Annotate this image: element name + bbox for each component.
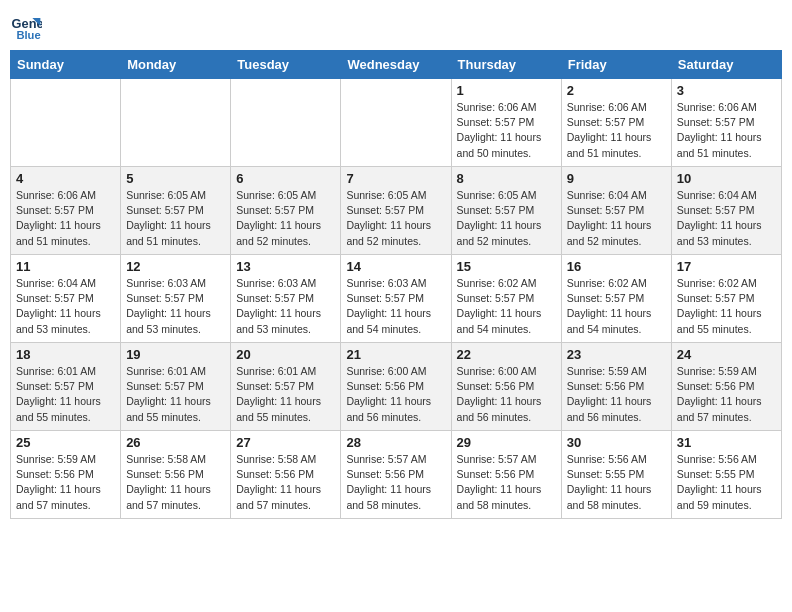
day-cell: 21Sunrise: 6:00 AMSunset: 5:56 PMDayligh…	[341, 343, 451, 431]
day-cell: 29Sunrise: 5:57 AMSunset: 5:56 PMDayligh…	[451, 431, 561, 519]
day-number: 15	[457, 259, 556, 274]
day-info: Sunrise: 5:57 AMSunset: 5:56 PMDaylight:…	[457, 452, 556, 513]
week-row-5: 25Sunrise: 5:59 AMSunset: 5:56 PMDayligh…	[11, 431, 782, 519]
day-number: 3	[677, 83, 776, 98]
day-number: 28	[346, 435, 445, 450]
day-info: Sunrise: 5:59 AMSunset: 5:56 PMDaylight:…	[567, 364, 666, 425]
day-number: 22	[457, 347, 556, 362]
day-cell: 24Sunrise: 5:59 AMSunset: 5:56 PMDayligh…	[671, 343, 781, 431]
day-number: 31	[677, 435, 776, 450]
page-header: General Blue	[10, 10, 782, 42]
day-cell: 31Sunrise: 5:56 AMSunset: 5:55 PMDayligh…	[671, 431, 781, 519]
day-number: 9	[567, 171, 666, 186]
day-number: 25	[16, 435, 115, 450]
day-info: Sunrise: 6:05 AMSunset: 5:57 PMDaylight:…	[346, 188, 445, 249]
day-cell: 20Sunrise: 6:01 AMSunset: 5:57 PMDayligh…	[231, 343, 341, 431]
week-row-1: 1Sunrise: 6:06 AMSunset: 5:57 PMDaylight…	[11, 79, 782, 167]
day-cell: 8Sunrise: 6:05 AMSunset: 5:57 PMDaylight…	[451, 167, 561, 255]
day-number: 30	[567, 435, 666, 450]
day-info: Sunrise: 5:56 AMSunset: 5:55 PMDaylight:…	[567, 452, 666, 513]
day-number: 5	[126, 171, 225, 186]
day-number: 6	[236, 171, 335, 186]
day-cell: 6Sunrise: 6:05 AMSunset: 5:57 PMDaylight…	[231, 167, 341, 255]
week-row-2: 4Sunrise: 6:06 AMSunset: 5:57 PMDaylight…	[11, 167, 782, 255]
logo-icon: General Blue	[10, 10, 42, 42]
day-cell: 9Sunrise: 6:04 AMSunset: 5:57 PMDaylight…	[561, 167, 671, 255]
day-number: 4	[16, 171, 115, 186]
day-info: Sunrise: 6:03 AMSunset: 5:57 PMDaylight:…	[236, 276, 335, 337]
day-number: 13	[236, 259, 335, 274]
day-cell: 28Sunrise: 5:57 AMSunset: 5:56 PMDayligh…	[341, 431, 451, 519]
day-cell: 7Sunrise: 6:05 AMSunset: 5:57 PMDaylight…	[341, 167, 451, 255]
day-number: 11	[16, 259, 115, 274]
day-number: 17	[677, 259, 776, 274]
day-cell: 5Sunrise: 6:05 AMSunset: 5:57 PMDaylight…	[121, 167, 231, 255]
day-info: Sunrise: 6:06 AMSunset: 5:57 PMDaylight:…	[567, 100, 666, 161]
day-cell: 14Sunrise: 6:03 AMSunset: 5:57 PMDayligh…	[341, 255, 451, 343]
day-number: 19	[126, 347, 225, 362]
logo: General Blue	[10, 10, 42, 42]
day-info: Sunrise: 5:57 AMSunset: 5:56 PMDaylight:…	[346, 452, 445, 513]
week-row-3: 11Sunrise: 6:04 AMSunset: 5:57 PMDayligh…	[11, 255, 782, 343]
day-cell: 11Sunrise: 6:04 AMSunset: 5:57 PMDayligh…	[11, 255, 121, 343]
weekday-header-friday: Friday	[561, 51, 671, 79]
weekday-header-monday: Monday	[121, 51, 231, 79]
day-number: 14	[346, 259, 445, 274]
weekday-header-tuesday: Tuesday	[231, 51, 341, 79]
weekday-header-sunday: Sunday	[11, 51, 121, 79]
day-cell: 3Sunrise: 6:06 AMSunset: 5:57 PMDaylight…	[671, 79, 781, 167]
day-number: 18	[16, 347, 115, 362]
day-info: Sunrise: 6:05 AMSunset: 5:57 PMDaylight:…	[126, 188, 225, 249]
day-cell: 19Sunrise: 6:01 AMSunset: 5:57 PMDayligh…	[121, 343, 231, 431]
day-info: Sunrise: 5:58 AMSunset: 5:56 PMDaylight:…	[236, 452, 335, 513]
day-info: Sunrise: 5:56 AMSunset: 5:55 PMDaylight:…	[677, 452, 776, 513]
day-info: Sunrise: 6:01 AMSunset: 5:57 PMDaylight:…	[236, 364, 335, 425]
day-cell: 10Sunrise: 6:04 AMSunset: 5:57 PMDayligh…	[671, 167, 781, 255]
day-number: 7	[346, 171, 445, 186]
day-number: 20	[236, 347, 335, 362]
day-number: 12	[126, 259, 225, 274]
day-number: 1	[457, 83, 556, 98]
day-cell	[121, 79, 231, 167]
day-info: Sunrise: 6:05 AMSunset: 5:57 PMDaylight:…	[236, 188, 335, 249]
day-info: Sunrise: 6:06 AMSunset: 5:57 PMDaylight:…	[16, 188, 115, 249]
day-cell: 12Sunrise: 6:03 AMSunset: 5:57 PMDayligh…	[121, 255, 231, 343]
day-info: Sunrise: 5:59 AMSunset: 5:56 PMDaylight:…	[16, 452, 115, 513]
day-number: 29	[457, 435, 556, 450]
day-cell: 2Sunrise: 6:06 AMSunset: 5:57 PMDaylight…	[561, 79, 671, 167]
weekday-header-wednesday: Wednesday	[341, 51, 451, 79]
day-cell: 17Sunrise: 6:02 AMSunset: 5:57 PMDayligh…	[671, 255, 781, 343]
day-info: Sunrise: 6:03 AMSunset: 5:57 PMDaylight:…	[126, 276, 225, 337]
day-number: 2	[567, 83, 666, 98]
weekday-header-saturday: Saturday	[671, 51, 781, 79]
day-cell: 30Sunrise: 5:56 AMSunset: 5:55 PMDayligh…	[561, 431, 671, 519]
day-info: Sunrise: 6:01 AMSunset: 5:57 PMDaylight:…	[126, 364, 225, 425]
day-number: 27	[236, 435, 335, 450]
day-cell	[231, 79, 341, 167]
day-cell: 27Sunrise: 5:58 AMSunset: 5:56 PMDayligh…	[231, 431, 341, 519]
day-cell: 16Sunrise: 6:02 AMSunset: 5:57 PMDayligh…	[561, 255, 671, 343]
day-number: 26	[126, 435, 225, 450]
day-info: Sunrise: 5:59 AMSunset: 5:56 PMDaylight:…	[677, 364, 776, 425]
day-info: Sunrise: 6:04 AMSunset: 5:57 PMDaylight:…	[677, 188, 776, 249]
day-number: 16	[567, 259, 666, 274]
day-info: Sunrise: 6:03 AMSunset: 5:57 PMDaylight:…	[346, 276, 445, 337]
day-cell: 25Sunrise: 5:59 AMSunset: 5:56 PMDayligh…	[11, 431, 121, 519]
day-number: 23	[567, 347, 666, 362]
day-info: Sunrise: 6:05 AMSunset: 5:57 PMDaylight:…	[457, 188, 556, 249]
day-cell: 26Sunrise: 5:58 AMSunset: 5:56 PMDayligh…	[121, 431, 231, 519]
day-info: Sunrise: 6:02 AMSunset: 5:57 PMDaylight:…	[677, 276, 776, 337]
day-cell	[11, 79, 121, 167]
weekday-header-thursday: Thursday	[451, 51, 561, 79]
day-info: Sunrise: 6:02 AMSunset: 5:57 PMDaylight:…	[457, 276, 556, 337]
day-info: Sunrise: 6:06 AMSunset: 5:57 PMDaylight:…	[457, 100, 556, 161]
day-cell: 1Sunrise: 6:06 AMSunset: 5:57 PMDaylight…	[451, 79, 561, 167]
day-cell: 18Sunrise: 6:01 AMSunset: 5:57 PMDayligh…	[11, 343, 121, 431]
day-number: 21	[346, 347, 445, 362]
day-number: 10	[677, 171, 776, 186]
day-info: Sunrise: 6:00 AMSunset: 5:56 PMDaylight:…	[457, 364, 556, 425]
day-info: Sunrise: 5:58 AMSunset: 5:56 PMDaylight:…	[126, 452, 225, 513]
day-cell: 15Sunrise: 6:02 AMSunset: 5:57 PMDayligh…	[451, 255, 561, 343]
day-cell: 22Sunrise: 6:00 AMSunset: 5:56 PMDayligh…	[451, 343, 561, 431]
day-info: Sunrise: 6:01 AMSunset: 5:57 PMDaylight:…	[16, 364, 115, 425]
